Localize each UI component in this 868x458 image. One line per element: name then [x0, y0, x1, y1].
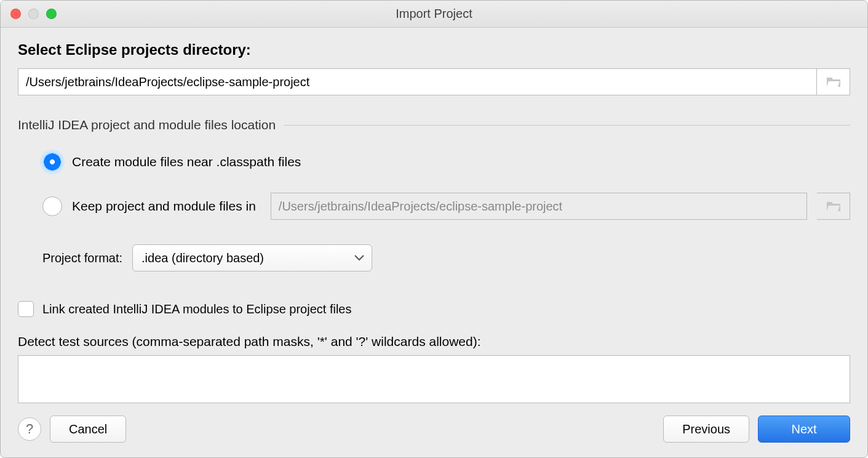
detect-test-sources-label: Detect test sources (comma-separated pat… — [18, 334, 850, 349]
dialog-footer: ? Cancel Previous Next — [1, 403, 867, 457]
fieldset-legend: IntelliJ IDEA project and module files l… — [18, 118, 276, 132]
radio-near-classpath[interactable] — [42, 152, 62, 172]
next-button[interactable]: Next — [758, 416, 850, 443]
directory-row — [18, 68, 850, 95]
previous-button[interactable]: Previous — [663, 416, 749, 443]
link-modules-checkbox[interactable] — [18, 301, 34, 317]
radio-near-classpath-label: Create module files near .classpath file… — [72, 155, 301, 169]
divider — [284, 125, 850, 126]
directory-input[interactable] — [18, 68, 817, 95]
project-format-value: .idea (directory based) — [141, 251, 264, 265]
heading-select-directory: Select Eclipse projects directory: — [18, 41, 850, 58]
window-title: Import Project — [1, 7, 867, 21]
radio-group: Create module files near .classpath file… — [18, 152, 850, 271]
cancel-button[interactable]: Cancel — [50, 416, 126, 443]
help-icon: ? — [26, 421, 33, 437]
window-controls — [1, 9, 57, 19]
help-button[interactable]: ? — [18, 417, 41, 441]
zoom-window-icon[interactable] — [46, 9, 57, 19]
import-project-dialog: Import Project Select Eclipse projects d… — [0, 0, 868, 458]
radio-keep-in-row[interactable]: Keep project and module files in — [42, 193, 850, 220]
radio-near-classpath-row[interactable]: Create module files near .classpath file… — [42, 152, 850, 172]
close-window-icon[interactable] — [10, 9, 21, 19]
browse-keep-in-button — [817, 193, 850, 220]
radio-keep-in-label: Keep project and module files in — [72, 199, 256, 214]
radio-keep-in[interactable] — [42, 196, 62, 216]
keep-in-path-input — [271, 193, 807, 220]
browse-directory-button[interactable] — [817, 68, 850, 95]
titlebar: Import Project — [1, 1, 867, 28]
folder-icon — [826, 200, 841, 212]
link-modules-row[interactable]: Link created IntelliJ IDEA modules to Ec… — [18, 301, 850, 317]
project-format-combo[interactable]: .idea (directory based) — [132, 244, 372, 271]
minimize-window-icon — [28, 9, 39, 19]
detect-test-sources-input[interactable] — [18, 355, 850, 403]
link-modules-label: Link created IntelliJ IDEA modules to Ec… — [42, 302, 351, 316]
project-format-label: Project format: — [42, 251, 122, 265]
files-location-fieldset: IntelliJ IDEA project and module files l… — [18, 118, 850, 271]
chevron-down-icon — [354, 255, 364, 261]
folder-icon — [826, 76, 841, 88]
dialog-content: Select Eclipse projects directory: Intel… — [1, 28, 867, 403]
